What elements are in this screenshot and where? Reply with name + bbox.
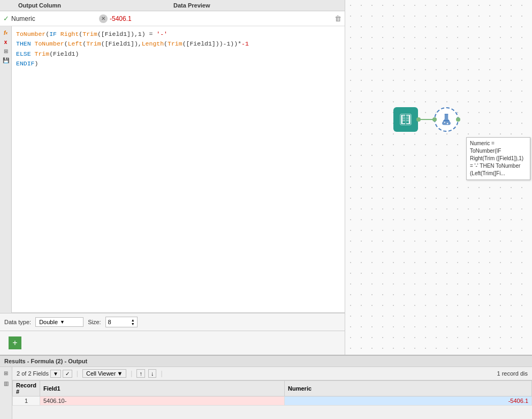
cell-viewer-dropdown-icon: ▼ xyxy=(117,370,123,377)
cell-record-num: 1 xyxy=(13,396,40,406)
formula-node-wrapper: Numeric = ToNumber(IF Right(Trim ([Field… xyxy=(434,107,459,132)
size-label: Size: xyxy=(88,319,101,325)
delete-field-button[interactable]: 🗑 xyxy=(335,14,341,23)
canvas-panel: Numeric = ToNumber(IF Right(Trim ([Field… xyxy=(345,0,532,355)
cell-numeric: -5406.1 xyxy=(285,396,532,406)
canvas-area[interactable]: Numeric = ToNumber(IF Right(Trim ([Field… xyxy=(345,0,532,355)
node-tooltip: Numeric = ToNumber(IF Right(Trim ([Field… xyxy=(466,137,530,180)
results-toolbar: 2 of 2 Fields ▼ ✓ | Cell Viewer ▼ | ↑ ↓ … xyxy=(12,367,532,380)
sort-asc-button[interactable]: ↑ xyxy=(136,369,145,378)
column-headers: Output Column Data Preview xyxy=(0,0,345,11)
formula-icon-x[interactable]: x xyxy=(2,38,10,46)
results-icons-panel: ⊞ ▥ xyxy=(0,367,12,419)
col-header-numeric[interactable]: Numeric xyxy=(285,381,532,396)
formula-editor[interactable]: ToNumber(IF Right(Trim([Field1]),1) = '-… xyxy=(12,26,345,313)
node-right-connector xyxy=(416,117,421,122)
add-field-button[interactable]: + xyxy=(9,336,21,349)
formula-line-1: ToNumber(IF Right(Trim([Field1]),1) = '-… xyxy=(16,29,340,39)
results-icon-filter[interactable]: ▥ xyxy=(1,378,11,388)
field-preview-value: -5406.1 xyxy=(110,15,332,23)
record-count-info: 1 record dis xyxy=(497,370,528,377)
formula-node[interactable] xyxy=(434,107,459,132)
output-column-header: Output Column xyxy=(18,2,170,9)
sort-desc-button[interactable]: ↓ xyxy=(148,369,157,378)
formula-flask-icon xyxy=(439,113,453,126)
cell-field1: 5406.10- xyxy=(40,396,284,406)
check-icon: ✓ xyxy=(3,14,9,23)
dropdown-arrow-icon: ▼ xyxy=(60,319,65,325)
results-table: Record # Field1 Numeric 1 5406.10- -5406… xyxy=(12,380,532,406)
size-up-icon[interactable]: ▲ xyxy=(131,318,135,322)
data-preview-header: Data Preview xyxy=(173,2,325,9)
node-left-connector xyxy=(432,117,437,122)
formula-icon-save[interactable]: 💾 xyxy=(2,56,10,64)
size-spinners[interactable]: ▲ ▼ xyxy=(131,318,135,326)
book-node[interactable] xyxy=(393,107,418,132)
formula-line-2: THEN ToNumber(Left(Trim([Field1]),Length… xyxy=(16,39,340,49)
results-table-container: Record # Field1 Numeric 1 5406.10- -5406… xyxy=(12,380,532,419)
formula-line-4: ENDIF) xyxy=(16,59,340,69)
svg-point-2 xyxy=(447,123,449,124)
datatype-value: Double xyxy=(39,319,58,325)
svg-point-1 xyxy=(444,122,445,123)
datatype-row: Data type: Double ▼ Size: 8 ▲ ▼ xyxy=(0,313,345,331)
fields-dropdown-button[interactable]: ▼ xyxy=(50,370,61,378)
results-icon-table[interactable]: ⊞ xyxy=(1,368,11,378)
size-value: 8 xyxy=(108,319,111,325)
size-input[interactable]: 8 ▲ ▼ xyxy=(105,317,138,327)
size-down-icon[interactable]: ▼ xyxy=(131,322,135,326)
cell-viewer-label: Cell Viewer xyxy=(86,370,116,377)
clear-field-button[interactable]: ✕ xyxy=(99,14,108,23)
col-header-field1[interactable]: Field1 xyxy=(40,381,284,396)
table-row: 1 5406.10- -5406.1 xyxy=(13,396,532,406)
fields-count-text: 2 of 2 Fields xyxy=(17,370,49,377)
formula-line-3: ELSE Trim(Field1) xyxy=(16,49,340,59)
datatype-label: Data type: xyxy=(4,319,31,325)
table-header-row: Record # Field1 Numeric xyxy=(13,381,532,396)
field-row: ✓ Numeric ✕ -5406.1 🗑 xyxy=(0,11,345,26)
fields-check-button[interactable]: ✓ xyxy=(63,370,72,378)
formula-icon-grid[interactable]: ⊞ xyxy=(2,47,10,55)
formula-icon-fx[interactable]: fx xyxy=(2,28,10,37)
datatype-select[interactable]: Double ▼ xyxy=(35,317,83,327)
workflow-nodes: Numeric = ToNumber(IF Right(Trim ([Field… xyxy=(393,107,459,132)
field-name-label: Numeric xyxy=(11,15,97,23)
cell-viewer-button[interactable]: Cell Viewer ▼ xyxy=(82,369,126,378)
results-header: Results - Formula (2) - Output xyxy=(0,356,532,367)
col-header-record[interactable]: Record # xyxy=(13,381,40,396)
results-panel: Results - Formula (2) - Output ⊞ ▥ 2 of … xyxy=(0,355,532,419)
node-right-connector-formula xyxy=(456,117,460,122)
book-icon xyxy=(398,112,413,127)
fields-badge: 2 of 2 Fields ▼ ✓ xyxy=(17,370,72,378)
formula-icons-panel: fx x ⊞ 💾 xyxy=(0,26,12,313)
